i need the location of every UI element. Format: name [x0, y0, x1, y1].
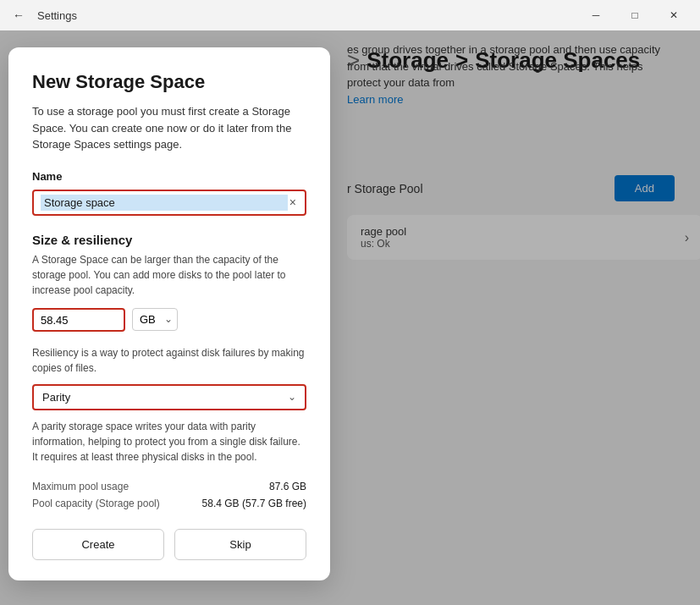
- parity-chevron-icon: ⌄: [288, 391, 296, 403]
- size-row: MB GB TB: [32, 308, 306, 332]
- unit-select[interactable]: MB GB TB: [132, 308, 178, 331]
- size-resiliency-desc: A Storage Space can be larger than the c…: [32, 252, 306, 298]
- max-pool-usage-label: Maximum pool usage: [32, 481, 129, 492]
- close-button[interactable]: ✕: [654, 0, 693, 30]
- modal-title: New Storage Space: [32, 71, 306, 93]
- skip-button[interactable]: Skip: [174, 529, 306, 560]
- max-pool-usage-value: 87.6 GB: [269, 481, 306, 492]
- modal-overlay: New Storage Space To use a storage pool …: [0, 30, 700, 605]
- parity-info: A parity storage space writes your data …: [32, 419, 306, 465]
- window: ← Settings ─ □ ✕ > Storage > Storage Spa…: [0, 0, 700, 605]
- maximize-button[interactable]: □: [615, 0, 654, 30]
- pool-capacity-label: Pool capacity (Storage pool): [32, 498, 160, 509]
- name-label: Name: [32, 170, 306, 183]
- window-controls: ─ □ ✕: [576, 0, 693, 30]
- create-button[interactable]: Create: [32, 529, 164, 560]
- resiliency-description: Resiliency is a way to protect against d…: [32, 345, 306, 376]
- window-title: Settings: [37, 9, 77, 22]
- name-input[interactable]: [41, 195, 288, 211]
- max-pool-usage-row: Maximum pool usage 87.6 GB: [32, 478, 306, 495]
- pool-capacity-row: Pool capacity (Storage pool) 58.4 GB (57…: [32, 495, 306, 512]
- modal-description: To use a storage pool you must first cre…: [32, 103, 306, 153]
- size-input-wrapper: [32, 308, 125, 332]
- parity-select-text: Parity: [42, 391, 70, 404]
- size-resiliency-title: Size & resiliency: [32, 233, 306, 247]
- pool-info-table: Maximum pool usage 87.6 GB Pool capacity…: [32, 478, 306, 512]
- minimize-button[interactable]: ─: [576, 0, 615, 30]
- name-input-wrapper: ×: [32, 190, 306, 216]
- titlebar: ← Settings ─ □ ✕: [0, 0, 700, 30]
- content-area: > Storage > Storage Spaces es group driv…: [0, 30, 700, 605]
- pool-capacity-value: 58.4 GB (57.7 GB free): [202, 498, 306, 509]
- parity-select[interactable]: Parity ⌄: [32, 384, 306, 410]
- modal-footer: Create Skip: [32, 529, 306, 560]
- unit-select-wrapper: MB GB TB: [132, 308, 178, 331]
- name-clear-button[interactable]: ×: [288, 195, 298, 209]
- back-button[interactable]: ←: [7, 3, 30, 27]
- size-input[interactable]: [41, 314, 117, 327]
- new-storage-space-modal: New Storage Space To use a storage pool …: [8, 47, 330, 580]
